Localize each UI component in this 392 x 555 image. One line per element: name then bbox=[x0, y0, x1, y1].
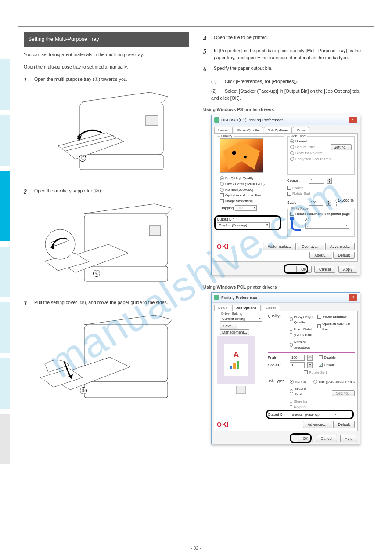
dialog-footer: OK Cancel Apply bbox=[212, 264, 360, 275]
svg-rect-11 bbox=[149, 226, 161, 236]
dialog-ps-preferences: OKI C931(PS) Printing Preferences × Layo… bbox=[211, 115, 360, 275]
radio-proq[interactable]: ProQ/High Quality bbox=[220, 175, 281, 181]
help-button[interactable]: Help bbox=[340, 435, 357, 442]
output-bin-select[interactable]: Stacker (Face-Up) bbox=[290, 412, 338, 417]
management-button[interactable]: Management... bbox=[220, 329, 249, 335]
setting-button[interactable]: Setting... bbox=[332, 390, 355, 396]
tab-color[interactable]: Color bbox=[293, 127, 309, 133]
radio-normal[interactable]: Normal (600x600) bbox=[220, 187, 281, 192]
trapping-select[interactable]: OFF bbox=[235, 205, 257, 211]
figure-step-3: ③ bbox=[36, 312, 176, 413]
ok-button[interactable]: OK bbox=[298, 435, 313, 442]
tab-setup[interactable]: Setup bbox=[214, 305, 231, 311]
radio-proq[interactable]: ProQ / High Quality bbox=[290, 314, 315, 325]
tab-extend[interactable]: Extend bbox=[262, 305, 281, 311]
side-tab bbox=[0, 59, 10, 110]
step-5: 5 In [Properties] in the print dialog bo… bbox=[203, 47, 368, 62]
chk-disable[interactable]: Disable bbox=[319, 355, 336, 360]
dialog-pcl-preferences: Printing Preferences × Setup Job Options… bbox=[211, 292, 360, 444]
page-preview: A bbox=[217, 336, 255, 384]
chk-image-smoothing[interactable]: Image Smoothing bbox=[220, 198, 281, 204]
driver-heading-pcl: Using Windows PCL printer drivers bbox=[203, 285, 368, 290]
radio-store[interactable]: Store for Re-print bbox=[290, 399, 311, 410]
radio-normal-job[interactable]: Normal bbox=[290, 138, 352, 144]
radio-secure[interactable]: Secure Print bbox=[290, 144, 315, 150]
apply-button[interactable]: Apply bbox=[338, 266, 357, 273]
tab-layout[interactable]: Layout bbox=[214, 127, 233, 133]
setting-button[interactable]: Setting... bbox=[331, 144, 352, 150]
default-button[interactable]: Default bbox=[333, 252, 355, 259]
radio-fine[interactable]: Fine / Detail (1200x1200) bbox=[220, 181, 281, 187]
tab-job-options[interactable]: Job Options bbox=[264, 127, 292, 133]
chk-optimize-thin[interactable]: Optimize color thin line bbox=[220, 192, 281, 198]
chk-resize[interactable]: Resize document to fit printer page bbox=[290, 211, 352, 217]
copies-input[interactable]: 1 bbox=[309, 178, 324, 184]
chk-collate[interactable]: Collate bbox=[319, 362, 335, 368]
side-tab bbox=[0, 414, 10, 464]
chk-photo-enhance[interactable]: Photo Enhance bbox=[317, 314, 355, 319]
chk-collate[interactable]: Collate bbox=[287, 185, 355, 191]
radio-normal[interactable]: Normal (600x600) bbox=[290, 339, 315, 351]
chk-rotate-sort[interactable]: Rotate Sort bbox=[287, 191, 355, 196]
tab-panel: Quality ProQ/High Quality Fine / Detail … bbox=[214, 133, 358, 262]
conversion-icon bbox=[291, 218, 301, 231]
section-heading: Setting the Multi-Purpose Tray bbox=[24, 32, 189, 47]
cancel-button[interactable]: Cancel bbox=[316, 435, 337, 442]
about-button[interactable]: About... bbox=[309, 252, 332, 259]
substep-text: Select [Stacker (Face-up)] in [Output Bi… bbox=[211, 88, 360, 101]
tab-paper-quality[interactable]: Paper/Quality bbox=[234, 127, 263, 133]
intro-text-2: Open the multi-purpose tray to set media… bbox=[24, 63, 189, 70]
close-icon[interactable]: × bbox=[349, 117, 357, 123]
dialog-footer: OK Cancel Help bbox=[212, 433, 360, 444]
tab-job-options[interactable]: Job Options bbox=[232, 305, 261, 311]
step-number: 4 bbox=[203, 34, 210, 44]
current-setting-select[interactable]: Current setting bbox=[220, 316, 262, 322]
save-button[interactable]: Save... bbox=[220, 323, 237, 329]
step-text: Pull the setting cover (③), and move the… bbox=[34, 299, 189, 308]
radio-normal-job[interactable]: Normal bbox=[290, 379, 311, 385]
radio-store[interactable]: Store for Re-print bbox=[290, 150, 352, 156]
copies-spinner[interactable]: ▴▾ bbox=[327, 178, 332, 184]
scale-spinner[interactable]: ▴▾ bbox=[326, 200, 331, 206]
chk-optimize-thin[interactable]: Optimize color thin line bbox=[317, 321, 355, 332]
cancel-button[interactable]: Cancel bbox=[314, 266, 335, 273]
radio-secure[interactable]: Secure Print bbox=[290, 386, 311, 397]
step-number: 6 bbox=[203, 65, 210, 74]
oki-logo: OKI bbox=[217, 243, 229, 250]
watermarks-button[interactable]: Watermarks... bbox=[263, 243, 296, 250]
overlays-button[interactable]: Overlays... bbox=[297, 243, 324, 250]
copies-spinner[interactable]: ▴▾ bbox=[307, 362, 313, 368]
app-icon bbox=[214, 117, 219, 123]
advanced-button[interactable]: Advanced... bbox=[325, 243, 355, 250]
paper-to-select[interactable]: A4 bbox=[305, 223, 349, 229]
driver-heading-ps: Using Windows PS printer drivers bbox=[203, 107, 368, 112]
default-button[interactable]: Default bbox=[333, 421, 355, 428]
scale-input[interactable]: 100 bbox=[290, 355, 305, 361]
svg-rect-3 bbox=[146, 115, 158, 126]
radio-encrypted[interactable]: Encrypted Secure Print bbox=[313, 379, 355, 385]
chk-rotate-sort[interactable]: Rotate Sort bbox=[304, 370, 355, 375]
radio-encrypted[interactable]: Encrypted Secure Print bbox=[290, 156, 352, 162]
substep-num: (1) bbox=[211, 78, 223, 85]
step-text: Specify the paper output bin. bbox=[214, 65, 368, 74]
step-number: 5 bbox=[203, 47, 210, 62]
preview-chart-icon bbox=[230, 361, 243, 369]
preview-letter: A bbox=[234, 350, 239, 359]
copies-input[interactable]: 1 bbox=[290, 362, 305, 368]
advanced-button[interactable]: Advanced... bbox=[303, 421, 332, 428]
close-icon[interactable]: × bbox=[349, 294, 357, 301]
output-bin-select[interactable]: Stacker (Face-up) bbox=[217, 222, 270, 228]
side-tab bbox=[0, 302, 10, 353]
intro-text-1: You can set transparent materials in the… bbox=[24, 51, 189, 58]
step-text: In [Properties] in the print dialog box,… bbox=[214, 47, 368, 62]
ok-button[interactable]: OK bbox=[296, 266, 311, 273]
scale-input[interactable]: 100 bbox=[309, 200, 323, 206]
tab-strip: Setup Job Options Extend bbox=[212, 303, 360, 311]
step-3: 3 Pull the setting cover (③), and move t… bbox=[24, 299, 189, 308]
group-quality: Quality bbox=[220, 134, 234, 138]
svg-rect-18 bbox=[84, 382, 168, 398]
step-text: Open the auxiliary supporter (②). bbox=[34, 187, 189, 197]
scale-spinner[interactable]: ▴▾ bbox=[307, 355, 313, 361]
radio-fine[interactable]: Fine / Detail (1200x1200) bbox=[290, 326, 315, 338]
side-tab bbox=[0, 358, 10, 409]
